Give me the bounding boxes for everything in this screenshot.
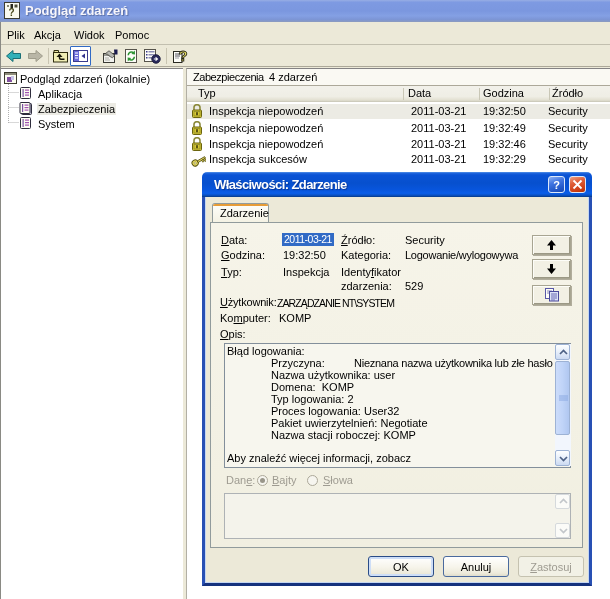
svg-text:?: ?: [8, 7, 14, 18]
svg-text:?: ?: [553, 179, 560, 191]
svg-text:?: ?: [178, 48, 187, 64]
